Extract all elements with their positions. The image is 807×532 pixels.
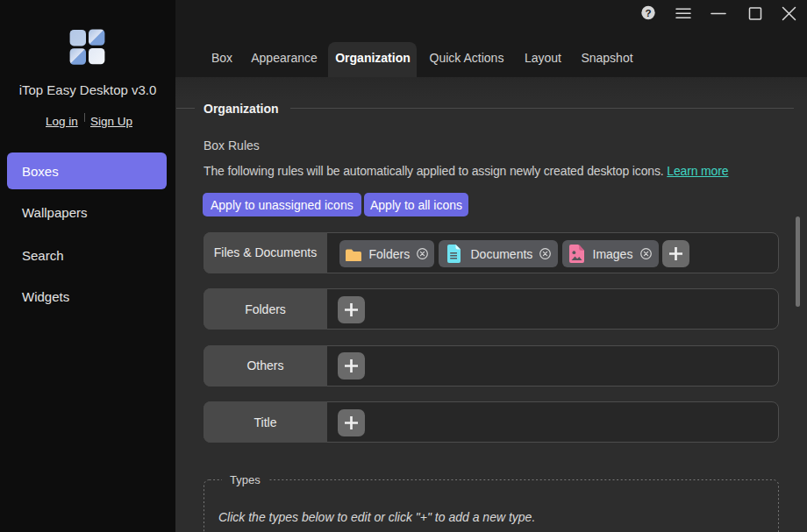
svg-text:?: ? [645,8,651,18]
